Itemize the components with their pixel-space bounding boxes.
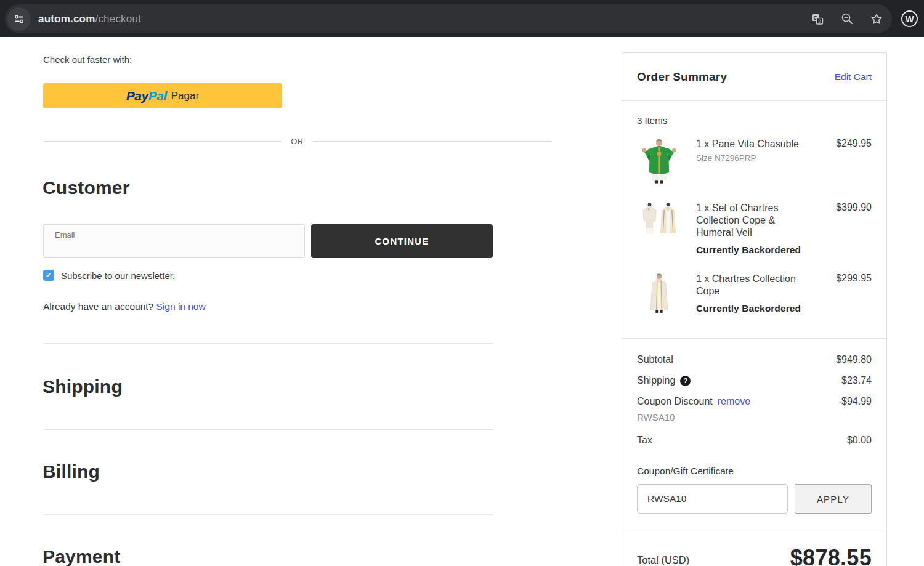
express-checkout-label: Check out faster with: (43, 54, 132, 65)
tax-label: Tax (637, 435, 652, 446)
coupon-field-label: Coupon/Gift Certificate (622, 456, 886, 477)
coupon-remove-link[interactable]: remove (718, 396, 750, 407)
item-details: 1 x Set of Chartres Collection Cope & Hu… (696, 202, 836, 256)
item-size: Size N7296PRP (696, 153, 836, 163)
shipping-row: Shipping ? $23.74 (637, 375, 872, 386)
shipping-value: $23.74 (841, 375, 872, 386)
product-image-cope-veil-set (637, 202, 681, 256)
subtotal-label: Subtotal (637, 354, 673, 365)
shipping-label: Shipping (637, 375, 675, 386)
continue-button[interactable]: CONTINUE (311, 224, 493, 258)
svg-text:文: 文 (817, 18, 822, 24)
item-name: 1 x Chartres Collection Cope (696, 273, 807, 297)
or-divider: OR (43, 137, 551, 146)
section-divider (43, 343, 493, 344)
payment-heading: Payment (43, 546, 120, 566)
order-summary-panel: Order Summary Edit Cart 3 Items (622, 52, 887, 566)
coupon-discount-row: Coupon Discount remove -$94.99 (637, 396, 872, 407)
divider-line (313, 141, 551, 142)
tax-row: Tax $0.00 (637, 435, 872, 446)
signin-row: Already have an account? Sign in now (43, 301, 206, 312)
item-details: 1 x Pane Vita Chasuble Size N7296PRP (696, 138, 836, 185)
subtotal-value: $949.80 (836, 354, 872, 365)
grand-total-value: $878.55 (790, 545, 872, 566)
browser-topbar: autom.com/checkout G 文 (0, 0, 924, 37)
bookmark-star-icon[interactable] (870, 12, 883, 26)
backordered-status: Currently Backordered (696, 303, 836, 314)
zoom-out-icon[interactable] (840, 12, 854, 26)
url-bar[interactable]: autom.com/checkout G 文 (5, 4, 892, 33)
items-list: 1 x Pane Vita Chasuble Size N7296PRP $24… (622, 126, 886, 338)
applied-coupon-code: RWSA10 (637, 412, 872, 422)
email-field[interactable]: Email (43, 224, 305, 258)
cart-item-row: 1 x Set of Chartres Collection Cope & Hu… (637, 202, 872, 256)
item-price: $249.95 (836, 138, 872, 185)
coupon-input[interactable] (637, 484, 788, 514)
billing-heading: Billing (43, 461, 100, 482)
paypal-action-label: Pagar (171, 90, 199, 102)
shipping-help-icon[interactable]: ? (680, 376, 691, 386)
url-domain: autom.com (38, 13, 95, 25)
newsletter-checkbox[interactable]: ✓ (43, 270, 54, 281)
item-price: $299.95 (836, 273, 872, 317)
signin-prompt: Already have an account? (43, 301, 156, 312)
grand-total-label: Total (USD) (637, 554, 689, 566)
checkout-page: autom.com/checkout G 文 (0, 0, 924, 566)
coupon-discount-value: -$94.99 (838, 396, 872, 407)
tax-value: $0.00 (847, 435, 872, 446)
url-path: /checkout (95, 13, 141, 25)
section-divider (43, 514, 493, 515)
translate-icon[interactable]: G 文 (811, 12, 824, 26)
urlbar-actions: G 文 (811, 4, 883, 33)
backordered-status: Currently Backordered (696, 245, 836, 256)
coupon-discount-label: Coupon Discount (637, 396, 713, 407)
customer-heading: Customer (43, 177, 130, 198)
items-count: 3 Items (622, 101, 886, 126)
order-summary-title: Order Summary (637, 70, 727, 84)
product-image-green-chasuble (637, 138, 681, 185)
item-name: 1 x Set of Chartres Collection Cope & Hu… (696, 202, 807, 239)
paypal-logo: PayPal (126, 89, 167, 103)
url-text[interactable]: autom.com/checkout (38, 13, 141, 25)
product-image-single-cope (637, 273, 681, 317)
apply-coupon-button[interactable]: APPLY (795, 484, 872, 514)
or-label: OR (282, 137, 313, 146)
shipping-heading: Shipping (43, 376, 123, 397)
paypal-button[interactable]: PayPal Pagar (43, 83, 282, 108)
subtotal-row: Subtotal $949.80 (637, 354, 872, 365)
cart-item-row: 1 x Chartres Collection Cope Currently B… (637, 273, 872, 317)
edit-cart-link[interactable]: Edit Cart (835, 71, 872, 83)
email-field-label: Email (55, 230, 75, 240)
tune-icon (14, 14, 25, 25)
site-settings-button[interactable] (7, 7, 31, 31)
item-name: 1 x Pane Vita Chasuble (696, 138, 807, 150)
extension-w-icon[interactable]: W (901, 10, 918, 27)
signin-link[interactable]: Sign in now (156, 301, 206, 312)
section-divider (43, 429, 493, 430)
item-price: $399.90 (836, 202, 872, 256)
newsletter-label: Subscribe to our newsletter. (61, 270, 175, 281)
totals-section: Subtotal $949.80 Shipping ? $23.74 Coupo… (622, 339, 886, 446)
newsletter-row: ✓ Subscribe to our newsletter. (43, 270, 175, 281)
grand-total-row: Total (USD) $878.55 (622, 530, 886, 566)
item-details: 1 x Chartres Collection Cope Currently B… (696, 273, 836, 317)
coupon-entry-row: APPLY (622, 477, 886, 530)
divider-line (43, 141, 282, 142)
order-summary-header: Order Summary Edit Cart (622, 53, 886, 100)
cart-item-row: 1 x Pane Vita Chasuble Size N7296PRP $24… (637, 138, 872, 185)
